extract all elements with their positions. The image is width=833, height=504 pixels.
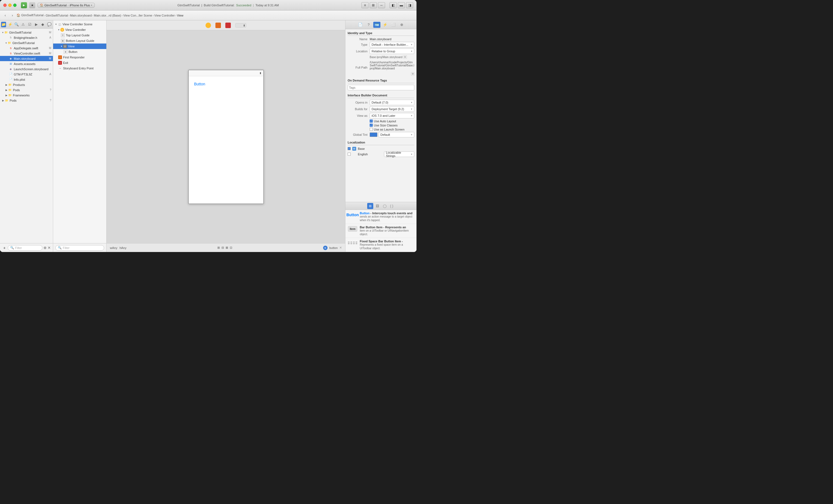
minimize-button[interactable] (8, 4, 11, 7)
nav-item-products[interactable]: ▶ 📁 Products (0, 82, 53, 87)
utilities-toggle[interactable]: ◨ (406, 2, 413, 8)
nav-item-infoplist[interactable]: 📄 Info.plist (0, 77, 53, 82)
inspector-tab-size[interactable]: ⬜ (390, 22, 397, 28)
scene-label-vc-scene: View Controller Scene (63, 23, 93, 26)
obj-lib-tab-media[interactable]: 🖼 (374, 203, 380, 209)
scene-item-vc-scene[interactable]: ▾ ◫ View Controller Scene (53, 22, 106, 27)
builds-for-dropdown[interactable]: Deployment Target (9.2) ▾ (370, 106, 414, 112)
type-label: Type (348, 43, 367, 46)
editor-standard-btn[interactable]: ≡ (361, 2, 368, 8)
obj-lib-tab-objects[interactable]: ⊞ (367, 203, 373, 209)
breadcrumb-4[interactable]: Main.stor...rd (Base) (94, 14, 121, 17)
autolayout-checkbox[interactable]: ✓ (370, 120, 373, 123)
canvas-tool-warning[interactable] (206, 23, 211, 28)
tint-dropdown[interactable]: Default ▾ (379, 132, 414, 138)
loc-english-dropdown[interactable]: Localizable Strings ▾ (384, 151, 414, 157)
sizeclasses-checkbox[interactable]: ✓ (370, 124, 373, 127)
debug-toggle[interactable]: ▬ (398, 2, 405, 8)
breadcrumb-1[interactable]: 🏠 GtmSwiftTutorial (17, 14, 44, 17)
nav-tab-reports[interactable]: 💬 (47, 22, 52, 27)
obj-lib-tab-snippets[interactable]: { } (389, 203, 395, 209)
canvas-tool-orange[interactable] (215, 23, 221, 28)
loc-english-arrow: ▾ (411, 153, 412, 155)
type-dropdown[interactable]: Default - Interface Builder... ▾ (370, 42, 414, 47)
tags-input[interactable] (348, 85, 414, 90)
launchscreen-checkbox[interactable] (370, 128, 373, 131)
nav-back-btn[interactable]: ‹ (2, 13, 8, 19)
nav-item-viewcontroller[interactable]: S ViewController.swift M (0, 51, 53, 56)
nav-filter-field[interactable]: 🔍 Filter (8, 245, 42, 250)
breadcrumb-7[interactable]: View (177, 14, 184, 17)
inspector-tab-connections[interactable]: ⊕ (398, 22, 405, 28)
nav-item-mainstoryboard[interactable]: ◈ Main.storyboard M (0, 56, 53, 61)
scene-item-vc[interactable]: ▾ V View Controller (53, 27, 106, 32)
breadcrumb-3[interactable]: Main.storyboard (70, 14, 92, 17)
loc-base-checkbox[interactable]: ✓ (348, 147, 351, 150)
editor-assistant-btn[interactable]: ⊞ (370, 2, 377, 8)
scheme-selector[interactable]: 🏠 GtmSwiftTutorial › iPhone 6s Plus ▾ (38, 3, 95, 8)
tint-swatch[interactable] (370, 133, 377, 137)
scene-filter-field[interactable]: 🔍 Filter (55, 245, 104, 250)
breadcrumb-2[interactable]: GtmSwiftTutorial (46, 14, 68, 17)
nav-item-appdelegate[interactable]: S AppDelegate.swift M (0, 45, 53, 51)
canvas-layout-btn-2[interactable]: ⊟ (221, 246, 224, 249)
nav-tab-search[interactable]: 🔍 (14, 22, 19, 27)
loc-english-checkbox[interactable] (348, 152, 351, 155)
nav-tab-tests[interactable]: ☑ (27, 22, 32, 27)
nav-label-viewcontroller: ViewController.swift (14, 52, 40, 55)
nav-item-frameworks[interactable]: ▶ 📁 Frameworks (0, 93, 53, 98)
nav-forward-btn[interactable]: › (9, 13, 16, 19)
nav-tab-files[interactable]: 📁 (1, 22, 6, 27)
nav-item-pods-root[interactable]: ▶ 📁 Pods ? (0, 98, 53, 103)
canvas-layout-btn-4[interactable]: ⊡ (230, 246, 232, 249)
nav-filter-recent[interactable]: ⊕ (44, 246, 47, 250)
locate-file-btn[interactable]: ◎ (404, 55, 407, 59)
inspector-tab-quick-help[interactable]: ? (365, 22, 372, 28)
nav-item-gtm-group[interactable]: ▾ 📁 GtmSwiftTutorial (0, 40, 53, 45)
breadcrumb-5[interactable]: View Con...ller Scene (123, 14, 152, 17)
scene-item-first-responder[interactable]: ! First Responder (53, 54, 106, 60)
canvas-search-clear[interactable]: ✕ (339, 246, 342, 249)
stop-button[interactable]: ■ (29, 2, 35, 8)
inspector-tab-identity[interactable]: 🪪 (373, 22, 380, 28)
nav-badge-mainstoryboard: M (49, 57, 51, 60)
nav-tab-issues[interactable]: ⚠ (21, 22, 26, 27)
maximize-button[interactable] (13, 4, 17, 7)
canvas-tool-red[interactable] (225, 23, 231, 28)
nav-item-bridging[interactable]: h BridgingHeader.h A (0, 35, 53, 40)
name-label: Name (348, 38, 367, 41)
nav-filter-clear[interactable]: ✕ (48, 246, 51, 250)
scene-label-first-responder: First Responder (63, 56, 85, 59)
close-button[interactable] (3, 4, 7, 7)
canvas-layout-btn-3[interactable]: ⊠ (225, 246, 228, 249)
nav-item-gtm-pt3[interactable]: 📄 GTM-PT3L9Z A (0, 72, 53, 77)
location-dropdown[interactable]: Relative to Group ▾ (370, 48, 414, 54)
obj-lib-tab-placeholders[interactable]: ◯ (382, 203, 387, 209)
nav-tab-breakpoints[interactable]: ◆ (41, 22, 45, 27)
scene-item-top-layout[interactable]: T Top Layout Guide (53, 32, 106, 38)
fullpath-reveal-btn[interactable]: ◎ (411, 72, 414, 75)
scene-item-exit[interactable]: × Exit (53, 60, 106, 66)
scene-item-storyboard-entry[interactable]: → Storyboard Entry Point (53, 66, 106, 71)
breadcrumb-6[interactable]: View Controller (154, 14, 175, 17)
run-button[interactable]: ▶ (21, 2, 27, 8)
nav-add-btn[interactable]: + (2, 246, 7, 250)
inspector-tab-attributes[interactable]: ⚡ (382, 22, 389, 28)
inspector-tab-file[interactable]: 📄 (357, 22, 364, 28)
editor-version-btn[interactable]: ↔ (378, 2, 385, 8)
opens-in-dropdown[interactable]: Default (7.0) ▾ (370, 100, 414, 105)
view-as-dropdown[interactable]: iOS 7.0 and Later ▾ (370, 113, 414, 118)
nav-item-assets[interactable]: ⊞ Assets.xcassets (0, 61, 53, 66)
navigator-toggle[interactable]: ◧ (389, 2, 397, 8)
nav-item-gtm-root[interactable]: ▾ 📁 GtmSwiftTutorial M (0, 30, 53, 35)
nav-tab-symbols[interactable]: ⚡ (8, 22, 13, 27)
nav-item-pods-group[interactable]: ▶ 📁 Pods ? (0, 87, 53, 93)
canvas-layout-btn-1[interactable]: ⊞ (217, 246, 220, 249)
scene-item-button[interactable]: B Button (53, 49, 106, 54)
nav-tab-debug[interactable]: ▶ (34, 22, 39, 27)
nav-label-bridging: BridgingHeader.h (14, 36, 37, 40)
scene-item-view[interactable]: ▾ V View (53, 44, 106, 49)
ios-button-element[interactable]: Button (194, 82, 205, 86)
scene-item-bottom-layout[interactable]: B Bottom Layout Guide (53, 38, 106, 44)
nav-item-launchscreen[interactable]: ◈ LaunchScreen.storyboard (0, 66, 53, 72)
